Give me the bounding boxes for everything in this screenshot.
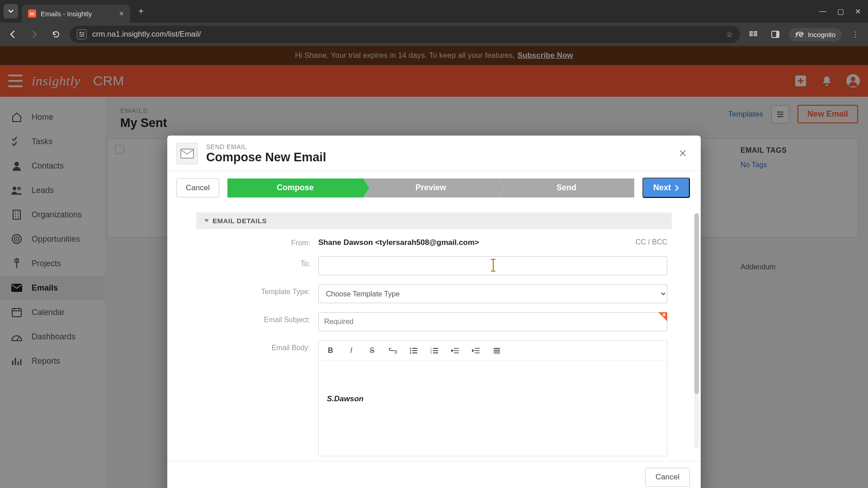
from-label: From:	[223, 235, 318, 247]
strike-button[interactable]: S	[366, 344, 378, 357]
outdent-button[interactable]	[449, 344, 462, 357]
tab-strip: in Emails - Insightly × +	[4, 0, 148, 23]
next-button[interactable]: Next	[642, 178, 690, 198]
cancel-button-bottom[interactable]: Cancel	[645, 468, 690, 487]
bullet-list-button[interactable]	[407, 344, 420, 357]
svg-point-16	[410, 350, 411, 352]
modal-pretitle: SEND EMAIL	[206, 143, 326, 150]
svg-point-17	[410, 352, 411, 354]
address-bar[interactable]: crm.na1.insightly.com/list/Email/ ☆	[70, 26, 740, 43]
step-preview[interactable]: Preview	[363, 178, 499, 197]
incognito-label: Incognito	[808, 31, 835, 38]
chevron-down-icon	[204, 219, 209, 222]
svg-text:3: 3	[430, 352, 432, 354]
italic-button[interactable]: I	[345, 344, 358, 357]
cc-bcc-toggle[interactable]: CC / BCC	[636, 238, 667, 247]
numbered-list-button[interactable]: 123	[428, 344, 441, 357]
modal-scrollbar-track[interactable]	[694, 213, 699, 448]
from-value: Shane Dawson <tylersarah508@gmail.com>	[318, 238, 479, 247]
to-label: To:	[223, 256, 318, 268]
svg-point-15	[410, 348, 411, 349]
signature-text: S.Dawson	[327, 394, 659, 404]
browser-titlebar: in Emails - Insightly × + — ▢ ✕	[0, 0, 868, 23]
indent-button[interactable]	[470, 344, 482, 357]
forward-button[interactable]	[26, 26, 42, 42]
chevron-right-icon	[675, 185, 679, 191]
tab-search-button[interactable]	[4, 4, 18, 19]
browser-tab-active[interactable]: in Emails - Insightly ×	[22, 5, 130, 23]
browser-menu-button[interactable]: ⋮	[847, 26, 863, 42]
close-window-icon[interactable]: ✕	[855, 7, 861, 16]
editor-toolbar: B I S 123	[319, 341, 667, 361]
media-control-icon[interactable]	[745, 26, 762, 42]
incognito-icon	[795, 31, 804, 38]
app-viewport: Hi Shane. Your trial expires in 14 days.…	[0, 46, 868, 488]
window-controls: — ▢ ✕	[819, 7, 864, 16]
cancel-button-top[interactable]: Cancel	[176, 178, 219, 197]
template-label: Template Type:	[223, 284, 318, 296]
modal-header: SEND EMAIL Compose New Email ✕	[167, 136, 701, 171]
svg-rect-1	[776, 31, 779, 38]
modal-footer: Cancel	[167, 461, 701, 488]
bookmark-star-icon[interactable]: ☆	[726, 30, 733, 39]
step-label: Send	[557, 183, 576, 192]
editor: B I S 123 S.Dawson	[318, 340, 667, 456]
favicon-icon: in	[28, 9, 36, 18]
new-tab-button[interactable]: +	[134, 4, 148, 19]
browser-toolbar: crm.na1.insightly.com/list/Email/ ☆ Inco…	[0, 23, 868, 46]
compose-email-modal: SEND EMAIL Compose New Email ✕ Cancel Co…	[167, 136, 701, 488]
bold-button[interactable]: B	[324, 344, 337, 357]
reload-button[interactable]	[48, 26, 64, 42]
link-button[interactable]	[387, 344, 399, 357]
required-star-icon: ★	[662, 312, 666, 318]
side-panel-icon[interactable]	[767, 26, 783, 42]
tab-title: Emails - Insightly	[41, 10, 92, 18]
modal-scrollbar-thumb[interactable]	[694, 213, 699, 394]
envelope-icon	[176, 143, 198, 164]
modal-step-bar: Cancel Compose Preview Send Next	[167, 171, 701, 204]
maximize-icon[interactable]: ▢	[837, 7, 844, 16]
step-label: Compose	[277, 183, 314, 192]
template-select[interactable]: Choose Template Type	[318, 284, 667, 303]
subject-input[interactable]	[318, 312, 667, 331]
url-text: crm.na1.insightly.com/list/Email/	[92, 30, 201, 39]
body-label: Email Body:	[223, 340, 318, 352]
next-label: Next	[653, 183, 671, 192]
justify-button[interactable]	[491, 344, 503, 357]
tab-close-button[interactable]: ×	[119, 9, 124, 19]
section-email-details[interactable]: EMAIL DETAILS	[196, 212, 672, 229]
modal-body: EMAIL DETAILS From: Shane Dawson <tylers…	[167, 204, 701, 461]
subject-label: Email Subject:	[223, 312, 318, 324]
back-button[interactable]	[5, 26, 21, 42]
section-label: EMAIL DETAILS	[212, 217, 267, 225]
incognito-indicator[interactable]: Incognito	[789, 28, 842, 41]
modal-title: Compose New Email	[206, 150, 326, 164]
step-compose[interactable]: Compose	[227, 178, 363, 197]
modal-close-button[interactable]: ✕	[675, 146, 690, 161]
step-label: Preview	[415, 183, 446, 192]
step-send[interactable]: Send	[499, 178, 634, 197]
site-settings-icon[interactable]	[77, 29, 87, 39]
email-body-textarea[interactable]: S.Dawson	[319, 361, 667, 456]
text-cursor-icon	[493, 260, 494, 271]
minimize-icon[interactable]: —	[819, 7, 826, 16]
